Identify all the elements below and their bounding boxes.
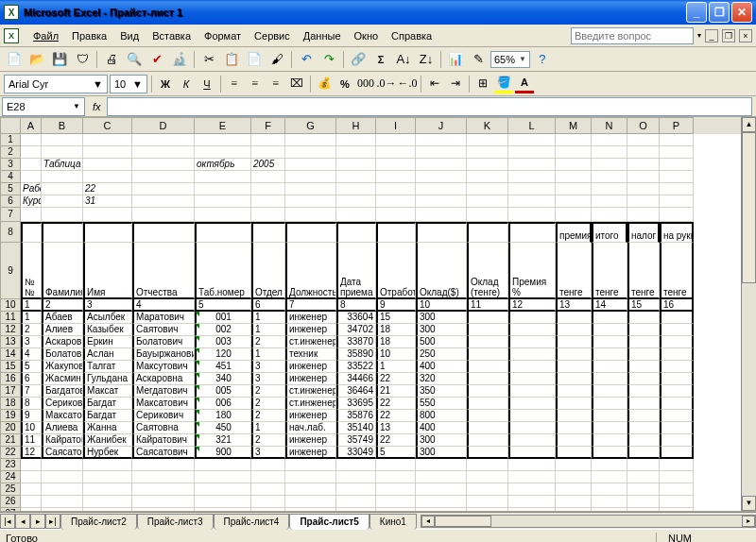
cell-L2[interactable] [508,146,556,159]
cell-M19[interactable] [556,410,592,422]
row-header-19[interactable]: 19 [0,410,21,422]
cell-D21[interactable]: Кайратович [132,434,195,447]
cell-I16[interactable]: 22 [376,373,416,385]
cell-L5[interactable] [508,183,556,195]
cell-H24[interactable] [336,471,376,483]
cell-B5[interactable] [42,183,83,195]
cell-H26[interactable] [336,496,376,508]
cell-M20[interactable] [556,422,592,434]
cell-L24[interactable] [508,471,556,483]
cell-B26[interactable] [42,496,83,508]
cell-J1[interactable] [416,134,467,146]
cell-A4[interactable] [21,171,42,183]
cell-I12[interactable]: 18 [376,324,416,336]
cell-L13[interactable] [508,336,556,348]
cell-C26[interactable] [83,496,132,508]
cell-P20[interactable] [660,422,694,434]
cell-O13[interactable] [627,336,660,348]
cell-G19[interactable]: инженер [285,410,336,422]
sort-asc-icon[interactable]: A↓ [393,49,414,70]
decrease-indent-icon[interactable]: ⇤ [425,75,444,93]
cell-I2[interactable] [376,146,416,159]
cell-J3[interactable] [416,159,467,171]
cell-M11[interactable] [556,312,592,324]
borders-icon[interactable]: ⊞ [473,75,492,93]
help-icon[interactable]: ? [532,49,553,70]
cell-I18[interactable]: 22 [376,398,416,410]
cell-L27[interactable] [508,508,556,512]
cell-M2[interactable] [556,146,592,159]
cell-L6[interactable] [508,195,556,208]
cell-C18[interactable]: Багдат [83,398,132,410]
menu-view[interactable]: Вид [113,28,146,43]
cell-M4[interactable] [556,171,592,183]
decrease-decimal-icon[interactable]: ←.0 [398,75,417,93]
col-header-E[interactable]: E [195,117,251,134]
cell-F17[interactable]: 2 [251,385,285,398]
row-header-10[interactable]: 10 [0,299,21,312]
hyperlink-icon[interactable]: 🔗 [348,49,369,70]
row-header-20[interactable]: 20 [0,422,21,434]
increase-decimal-icon[interactable]: .0→ [377,75,396,93]
menu-data[interactable]: Данные [297,28,348,43]
cell-P10[interactable]: 16 [660,299,694,312]
cell-B24[interactable] [42,471,83,483]
cell-E18[interactable]: 006 [195,398,251,410]
cell-B21[interactable]: Кайратов [42,434,83,447]
cell-N14[interactable] [592,348,627,361]
cell-N15[interactable] [592,361,627,373]
cell-D23[interactable] [132,459,195,471]
cell-L7[interactable] [508,208,556,222]
cell-L3[interactable] [508,159,556,171]
cell-D6[interactable] [132,195,195,208]
row-header-7[interactable]: 7 [0,208,21,222]
cell-J24[interactable] [416,471,467,483]
cell-L19[interactable] [508,410,556,422]
cell-I27[interactable] [376,508,416,512]
menu-insert[interactable]: Вставка [146,28,198,43]
row-header-3[interactable]: 3 [0,159,21,171]
cell-F2[interactable] [251,146,285,159]
cell-D9[interactable]: Отчества [132,243,195,299]
cell-D22[interactable]: Саясатович [132,447,195,459]
cell-E12[interactable]: 002 [195,324,251,336]
percent-icon[interactable]: % [335,75,354,93]
cell-P8[interactable]: на руки [660,222,694,243]
cell-E11[interactable]: 001 [195,312,251,324]
cell-A2[interactable] [21,146,42,159]
spreadsheet-grid[interactable]: ABCDEFGHIJKLMNOP 123Таблица расчета зарп… [0,117,756,512]
cell-M6[interactable] [556,195,592,208]
formula-input[interactable] [107,97,752,116]
cell-K24[interactable] [467,471,508,483]
cell-N9[interactable]: тенге [592,243,627,299]
cell-H23[interactable] [336,459,376,471]
cell-A5[interactable]: Рабо [21,183,42,195]
cell-H14[interactable]: 35890 [336,348,376,361]
cell-M25[interactable] [556,483,592,496]
workbook-icon[interactable]: X [4,28,19,43]
cell-A16[interactable]: 6 [21,373,42,385]
cell-E9[interactable]: Таб.номер [195,243,251,299]
cell-P7[interactable] [660,208,694,222]
cell-K25[interactable] [467,483,508,496]
cell-J15[interactable]: 400 [416,361,467,373]
cell-C27[interactable] [83,508,132,512]
row-header-25[interactable]: 25 [0,483,21,496]
cell-I25[interactable] [376,483,416,496]
cell-D13[interactable]: Болатович [132,336,195,348]
cell-O4[interactable] [627,171,660,183]
cell-C15[interactable]: Талгат [83,361,132,373]
cell-N4[interactable] [592,171,627,183]
cell-J27[interactable] [416,508,467,512]
cell-E20[interactable]: 450 [195,422,251,434]
cell-B1[interactable] [42,134,83,146]
cell-E17[interactable]: 005 [195,385,251,398]
cell-P9[interactable]: тенге [660,243,694,299]
cell-N23[interactable] [592,459,627,471]
cell-J26[interactable] [416,496,467,508]
cell-M14[interactable] [556,348,592,361]
cell-B16[interactable]: Жасмин [42,373,83,385]
cell-G27[interactable] [285,508,336,512]
cell-G10[interactable]: 7 [285,299,336,312]
menu-edit[interactable]: Правка [65,28,113,43]
